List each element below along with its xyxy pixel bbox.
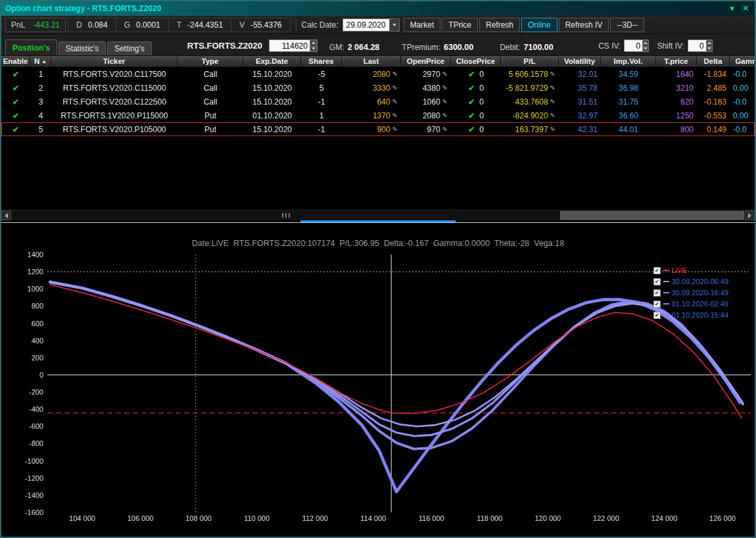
tab-position-s[interactable]: Position's <box>5 39 57 55</box>
column-header-last[interactable]: Last <box>342 56 401 67</box>
spin-down-icon[interactable] <box>643 46 648 52</box>
table-row[interactable]: ✔5RTS.FORTS.V2020.P105000Put15.10.2020-1… <box>1 122 755 136</box>
tab-setting-s[interactable]: Setting's <box>107 41 152 55</box>
greek-value: 0.084 <box>88 20 108 30</box>
cell-value: 1 <box>319 111 324 120</box>
titlebar[interactable]: Option chart strategy - RTS.FORTS.Z2020 … <box>1 1 755 16</box>
close-apply-check-icon[interactable]: ✔ <box>468 84 475 93</box>
edit-pencil-icon[interactable]: ✎ <box>550 112 555 119</box>
cell-value: 0.00 <box>733 84 748 93</box>
column-header-exp-date[interactable]: Exp.Date <box>243 56 301 67</box>
column-header-delta[interactable]: Delta <box>697 56 730 67</box>
price-input[interactable] <box>270 40 310 51</box>
legend-line-sample <box>663 303 669 305</box>
toolbar-button-market[interactable]: Market <box>404 18 441 32</box>
shiftiv-input[interactable] <box>688 40 706 51</box>
close-apply-check-icon[interactable]: ✔ <box>468 111 475 120</box>
spin-up-icon[interactable] <box>310 40 317 46</box>
column-header-shares[interactable]: Shares <box>301 56 342 67</box>
column-header-imp-vol[interactable]: Imp.Vol. <box>601 56 656 67</box>
payoff-chart[interactable]: 1400120010008006004002000-200-400-600-80… <box>1 223 755 537</box>
column-header-label: Enable <box>3 57 28 65</box>
table-row[interactable]: ✔1RTS.FORTS.V2020.C117500Call15.10.2020-… <box>1 67 755 81</box>
column-header-ticker[interactable]: Ticker <box>51 56 177 67</box>
edit-pencil-icon[interactable]: ✎ <box>550 70 555 78</box>
cell-value: RTS.FORTS.1V2020.P115000 <box>61 111 168 120</box>
cell-n: 4 <box>30 109 51 122</box>
toolbar-button-3d[interactable]: --3D-- <box>610 18 644 32</box>
table-row[interactable]: ✔4RTS.FORTS.1V2020.P115000Put01.10.20201… <box>1 109 755 122</box>
table-body: ✔1RTS.FORTS.V2020.C117500Call15.10.2020-… <box>1 67 755 210</box>
spin-down-icon[interactable] <box>707 46 712 52</box>
cell-gamma: -0.0 <box>730 95 755 109</box>
csiv-input[interactable] <box>625 40 642 51</box>
column-header-p-l[interactable]: P/L <box>501 56 559 67</box>
edit-pencil-icon[interactable]: ✎ <box>442 126 448 133</box>
toolbar-button-tprice[interactable]: TPrice <box>442 18 478 32</box>
spin-up-icon[interactable] <box>643 40 648 46</box>
close-apply-check-icon[interactable]: ✔ <box>468 97 475 107</box>
cell-tprice: 3210 <box>656 81 697 95</box>
column-header-openprice[interactable]: OpenPrice <box>401 56 451 67</box>
scrollbar-grip[interactable] <box>282 213 291 218</box>
close-apply-check-icon[interactable]: ✔ <box>468 70 475 79</box>
legend-checkbox[interactable]: ✔ <box>653 289 661 297</box>
toolbar-button-refresh-iv[interactable]: Refresh IV <box>559 18 609 32</box>
edit-pencil-icon[interactable]: ✎ <box>442 84 448 91</box>
toolbar-button-online[interactable]: Online <box>521 18 557 32</box>
column-header-n[interactable]: N▲ <box>30 56 51 67</box>
column-header-type[interactable]: Type <box>177 56 243 67</box>
edit-pencil-icon[interactable]: ✎ <box>442 112 448 119</box>
cell-pl: 163.7397✎ <box>501 122 559 136</box>
gm-label: GM: <box>329 43 344 52</box>
cell-value: Call <box>204 97 218 107</box>
edit-pencil-icon[interactable]: ✎ <box>392 70 398 78</box>
legend-checkbox[interactable]: ✔ <box>653 301 661 308</box>
edit-pencil-icon[interactable]: ✎ <box>550 98 555 105</box>
calc-date-select[interactable]: 29.09.2020 <box>343 18 400 32</box>
edit-pencil-icon[interactable]: ✎ <box>442 70 448 78</box>
horizontal-scrollbar[interactable] <box>1 210 755 220</box>
legend-checkbox[interactable]: ✔ <box>653 312 661 319</box>
toolbar-button-refresh[interactable]: Refresh <box>479 18 520 32</box>
close-icon[interactable]: ✕ <box>742 1 749 16</box>
enable-check-icon[interactable]: ✔ <box>12 125 19 134</box>
edit-pencil-icon[interactable]: ✎ <box>550 126 555 133</box>
enable-check-icon[interactable]: ✔ <box>12 97 19 107</box>
table-row[interactable]: ✔3RTS.FORTS.V2020.C122500Call15.10.2020-… <box>1 95 755 109</box>
cell-delta: -1.834 <box>697 67 730 81</box>
spin-up-icon[interactable] <box>707 40 712 46</box>
cell-value: 2080 <box>373 70 390 79</box>
scrollbar-track[interactable] <box>11 210 745 220</box>
scrollbar-thumb[interactable] <box>560 211 744 220</box>
enable-check-icon[interactable]: ✔ <box>12 70 19 79</box>
collapse-icon[interactable]: ▾ <box>730 1 735 16</box>
scroll-left-button[interactable] <box>1 210 11 220</box>
enable-check-icon[interactable]: ✔ <box>12 111 19 120</box>
spin-down-icon[interactable] <box>310 46 317 52</box>
edit-pencil-icon[interactable]: ✎ <box>442 98 448 105</box>
legend-checkbox[interactable]: ✔ <box>653 278 661 285</box>
legend-label: 01.10.2020-02:49 <box>672 300 728 308</box>
x-axis-label: 114 000 <box>360 514 386 522</box>
column-header-volatility[interactable]: Volatility <box>559 56 601 67</box>
edit-pencil-icon[interactable]: ✎ <box>550 84 555 91</box>
edit-pencil-icon[interactable]: ✎ <box>392 112 398 119</box>
close-apply-check-icon[interactable]: ✔ <box>468 125 475 134</box>
table-row[interactable]: ✔2RTS.FORTS.V2020.C115000Call15.10.20205… <box>1 81 755 95</box>
cell-ticker: RTS.FORTS.1V2020.P115000 <box>51 109 177 122</box>
column-header-t-price[interactable]: T.price <box>656 56 697 67</box>
edit-pencil-icon[interactable]: ✎ <box>392 126 398 133</box>
column-header-gamma[interactable]: Gamma <box>730 56 755 67</box>
legend-label: LiVE <box>672 266 687 274</box>
cell-value: 4380 <box>423 84 440 93</box>
column-header-closeprice[interactable]: ClosePrice <box>451 56 501 67</box>
dropdown-arrow-icon[interactable] <box>389 19 399 31</box>
enable-check-icon[interactable]: ✔ <box>12 84 19 93</box>
edit-pencil-icon[interactable]: ✎ <box>392 98 398 105</box>
tab-statistic-s[interactable]: Statistic's <box>59 41 106 55</box>
edit-pencil-icon[interactable]: ✎ <box>392 84 398 91</box>
legend-checkbox[interactable]: ✔ <box>653 267 661 274</box>
scroll-right-button[interactable] <box>745 210 755 220</box>
column-header-enable[interactable]: Enable <box>1 56 30 67</box>
